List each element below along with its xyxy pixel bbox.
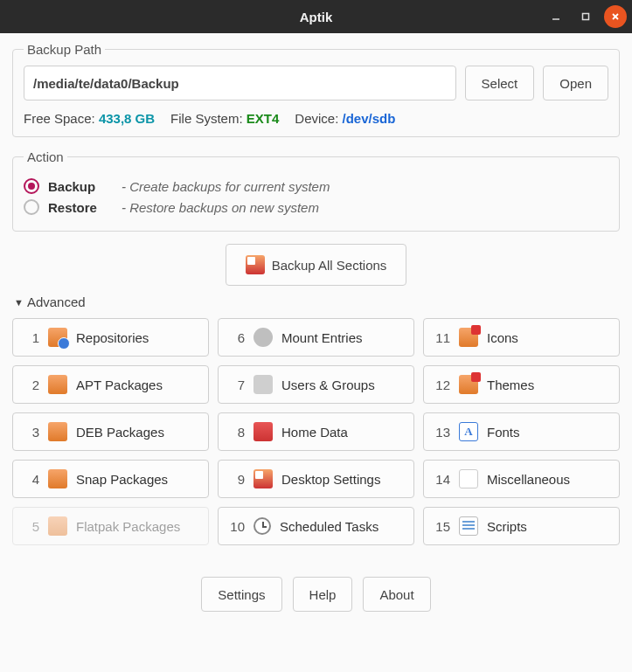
- section-label: Flatpak Packages: [76, 519, 180, 534]
- sections-grid: 1Repositories6Mount Entries11Icons2APT P…: [12, 318, 620, 545]
- section-label: Themes: [487, 378, 534, 392]
- section-number: 4: [22, 472, 39, 487]
- free-space-label: Free Space:: [24, 111, 95, 126]
- backup-path-legend: Backup Path: [24, 42, 105, 57]
- minimize-icon: [551, 11, 561, 22]
- section-label: Repositories: [76, 330, 149, 345]
- theme-icon: [459, 375, 478, 394]
- box-orange-icon: [48, 422, 67, 441]
- backup-path-group: Backup Path Select Open Free Space: 433,…: [12, 42, 620, 137]
- advanced-expander[interactable]: ▼ Advanced: [14, 294, 620, 309]
- blank-icon: [459, 469, 478, 488]
- backup-radio-desc: - Create backups for current system: [122, 179, 330, 194]
- restore-radio[interactable]: [24, 199, 39, 215]
- section-number: 2: [22, 378, 39, 392]
- box-orange-icon: [48, 375, 67, 394]
- section-apt-packages[interactable]: 2APT Packages: [12, 365, 209, 404]
- section-number: 13: [433, 425, 450, 440]
- section-label: Desktop Settings: [281, 472, 380, 487]
- close-button[interactable]: [604, 5, 627, 28]
- device-value: /dev/sdb: [343, 111, 396, 126]
- backup-radio-row[interactable]: Backup - Create backups for current syst…: [24, 178, 608, 194]
- filesystem-label: File System:: [170, 111, 243, 126]
- window-title: Aptik: [300, 10, 333, 24]
- backup-all-icon: [246, 255, 265, 274]
- section-home-data[interactable]: 8Home Data: [218, 412, 414, 451]
- section-fonts[interactable]: 13AFonts: [423, 412, 620, 451]
- section-icons[interactable]: 11Icons: [423, 318, 620, 357]
- section-label: Mount Entries: [281, 330, 363, 345]
- settings-button[interactable]: Settings: [201, 577, 281, 612]
- section-deb-packages[interactable]: 3DEB Packages: [12, 412, 209, 451]
- section-mount-entries[interactable]: 6Mount Entries: [218, 318, 414, 357]
- section-number: 11: [433, 330, 450, 345]
- section-number: 6: [227, 330, 245, 345]
- section-label: Scheduled Tasks: [280, 519, 379, 534]
- advanced-label: Advanced: [27, 294, 86, 309]
- open-button[interactable]: Open: [543, 66, 608, 100]
- path-info-row: Free Space: 433,8 GB File System: EXT4 D…: [24, 111, 608, 126]
- section-users-groups[interactable]: 7Users & Groups: [218, 365, 414, 404]
- backup-path-input[interactable]: [24, 66, 456, 100]
- titlebar: Aptik: [0, 0, 632, 33]
- section-number: 12: [433, 378, 450, 392]
- script-icon: [459, 516, 478, 536]
- maximize-button[interactable]: [574, 5, 597, 28]
- users-icon: [253, 375, 273, 394]
- minimize-button[interactable]: [545, 5, 567, 28]
- section-number: 1: [22, 330, 39, 345]
- box-orange-icon: [48, 516, 67, 536]
- section-scheduled-tasks[interactable]: 10Scheduled Tasks: [218, 507, 414, 545]
- action-group: Action Backup - Create backups for curre…: [12, 149, 620, 232]
- backup-radio-label: Backup: [48, 179, 113, 194]
- restore-radio-label: Restore: [48, 200, 113, 215]
- section-label: Snap Packages: [76, 472, 168, 487]
- section-number: 15: [433, 519, 450, 534]
- section-repositories[interactable]: 1Repositories: [12, 318, 209, 357]
- free-space-value: 433,8 GB: [99, 111, 155, 126]
- device-label: Device:: [295, 111, 338, 126]
- help-button[interactable]: Help: [293, 577, 353, 612]
- section-number: 14: [433, 472, 450, 487]
- backup-all-button[interactable]: Backup All Sections: [226, 244, 407, 286]
- section-label: DEB Packages: [76, 425, 164, 440]
- footer: Settings Help About: [12, 577, 620, 624]
- box-orange-icon: [48, 469, 67, 488]
- section-number: 10: [227, 519, 245, 534]
- section-label: Icons: [487, 330, 518, 345]
- about-button[interactable]: About: [363, 577, 430, 612]
- section-label: Miscellaneous: [487, 472, 570, 487]
- backup-all-label: Backup All Sections: [272, 258, 387, 273]
- section-flatpak-packages: 5Flatpak Packages: [12, 507, 209, 545]
- svg-rect-1: [583, 14, 589, 20]
- window-controls: [545, 5, 627, 28]
- clock-icon: [253, 517, 271, 535]
- filesystem-value: EXT4: [247, 111, 280, 126]
- close-icon: [610, 11, 621, 22]
- section-snap-packages[interactable]: 4Snap Packages: [12, 460, 209, 498]
- section-desktop-settings[interactable]: 9Desktop Settings: [218, 460, 414, 498]
- disk-icon: [253, 328, 273, 347]
- section-label: Home Data: [281, 425, 348, 440]
- section-themes[interactable]: 12Themes: [423, 365, 620, 404]
- section-label: Users & Groups: [281, 378, 375, 392]
- font-icon: A: [459, 422, 478, 441]
- box-globe-icon: [48, 328, 67, 347]
- select-button[interactable]: Select: [465, 66, 535, 100]
- section-number: 9: [227, 472, 245, 487]
- section-label: APT Packages: [76, 378, 163, 392]
- theme-icon: [459, 328, 478, 347]
- section-number: 5: [22, 519, 39, 534]
- section-miscellaneous[interactable]: 14Miscellaneous: [423, 460, 620, 498]
- restore-radio-desc: - Restore backups on new system: [122, 200, 319, 215]
- backup-radio[interactable]: [24, 178, 39, 194]
- action-legend: Action: [24, 149, 67, 164]
- settings-icon: [253, 469, 273, 488]
- section-label: Fonts: [487, 425, 520, 440]
- folder-icon: [253, 422, 273, 441]
- section-number: 8: [227, 425, 245, 440]
- maximize-icon: [580, 11, 591, 22]
- restore-radio-row[interactable]: Restore - Restore backups on new system: [24, 199, 608, 215]
- section-scripts[interactable]: 15Scripts: [423, 507, 620, 545]
- section-number: 3: [22, 425, 39, 440]
